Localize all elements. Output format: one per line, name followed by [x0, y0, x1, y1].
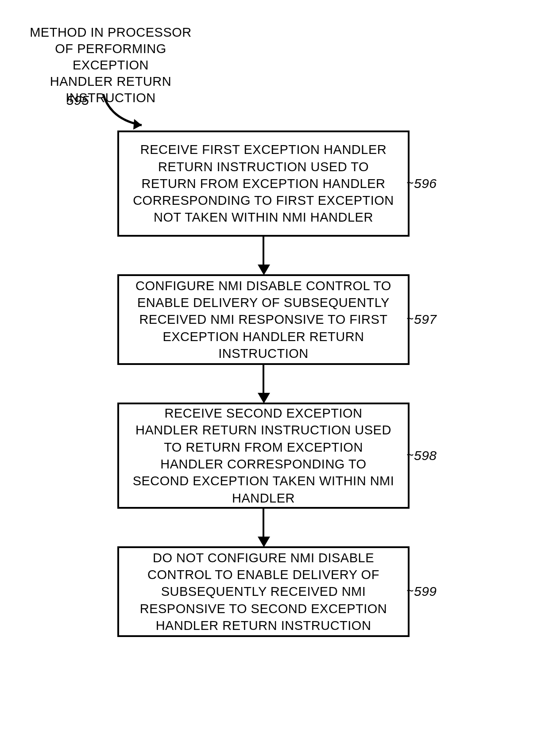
arrow-down-icon: [258, 537, 270, 547]
title-line: OF PERFORMING EXCEPTION: [55, 42, 166, 72]
curved-arrow-icon: [100, 86, 162, 135]
step-text: RECEIVE FIRST EXCEPTION HANDLER RETURN I…: [131, 141, 395, 226]
step-text: CONFIGURE NMI DISABLE CONTROL TO ENABLE …: [131, 277, 395, 362]
step-text: RECEIVE SECOND EXCEPTION HANDLER RETURN …: [131, 405, 395, 507]
step-reference-number: 596: [414, 176, 437, 191]
flow-connector: [263, 509, 264, 540]
svg-marker-3: [258, 537, 270, 547]
step-reference-number: 597: [414, 312, 437, 327]
step-reference-number: 599: [414, 584, 437, 599]
flowchart-step-3: RECEIVE SECOND EXCEPTION HANDLER RETURN …: [117, 403, 410, 509]
arrow-down-icon: [258, 393, 270, 403]
flowchart-step-4: DO NOT CONFIGURE NMI DISABLE CONTROL TO …: [117, 546, 410, 637]
step-reference-number: 598: [414, 448, 437, 463]
reference-connector: ~: [406, 177, 414, 191]
title-reference-number: 595: [66, 93, 89, 108]
step-text: DO NOT CONFIGURE NMI DISABLE CONTROL TO …: [131, 549, 395, 634]
svg-marker-0: [133, 119, 142, 130]
reference-connector: ~: [406, 449, 414, 463]
reference-connector: ~: [406, 585, 414, 599]
flowchart-step-1: RECEIVE FIRST EXCEPTION HANDLER RETURN I…: [117, 130, 410, 237]
svg-marker-1: [258, 265, 270, 275]
flowchart-step-2: CONFIGURE NMI DISABLE CONTROL TO ENABLE …: [117, 274, 410, 365]
flow-connector: [263, 365, 264, 396]
title-line: METHOD IN PROCESSOR: [30, 25, 192, 39]
svg-marker-2: [258, 393, 270, 403]
arrow-down-icon: [258, 265, 270, 275]
reference-connector: ~: [406, 313, 414, 326]
flow-connector: [263, 237, 264, 268]
